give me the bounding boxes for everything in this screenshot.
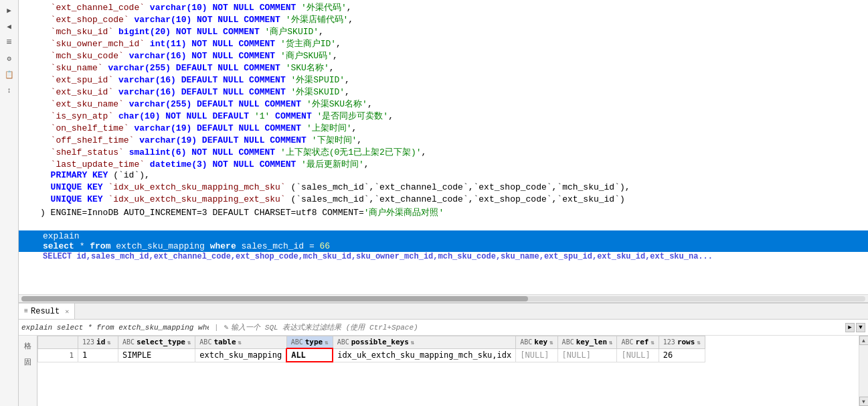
code-content: UNIQUE KEY `idx_uk_extch_sku_mapping_mch… xyxy=(40,182,865,192)
code-line: `on_shelf_time` varchar(19) DEFAULT NULL… xyxy=(19,122,868,134)
data-table-wrapper[interactable]: 123 id ⇅ ABC select_type ⇅ xyxy=(37,336,859,406)
code-token: '上架时间' xyxy=(307,123,352,133)
code-token: NOT NULL xyxy=(212,159,259,170)
filter-input[interactable] xyxy=(231,324,843,332)
filter-arrow-down[interactable]: ▼ xyxy=(856,323,865,332)
code-token: varchar(255) xyxy=(129,99,197,109)
col-header-id[interactable]: 123 id ⇅ xyxy=(78,336,118,349)
sort-icon-type[interactable]: ⇅ xyxy=(325,339,328,346)
code-token: `ext_sku_name` xyxy=(40,99,129,109)
code-token: PRIMARY KEY xyxy=(40,170,113,180)
code-content: `ext_channel_code` varchar(10) NOT NULL … xyxy=(40,1,865,13)
sort-icon-ref[interactable]: ⇅ xyxy=(650,339,654,346)
scroll-thumb[interactable] xyxy=(21,296,528,301)
code-token: COMMENT xyxy=(244,15,285,25)
code-token: varchar(10) xyxy=(134,15,197,25)
code-token: COMMENT xyxy=(264,99,306,109)
code-token: DEFAULT NULL xyxy=(197,99,264,109)
scroll-down-button[interactable]: ▼ xyxy=(859,397,869,406)
code-token: UNIQUE KEY xyxy=(40,182,108,192)
cell-ref: [NULL] xyxy=(617,348,659,362)
code-token: '商户SKUID' xyxy=(265,27,319,37)
code-token: , xyxy=(364,159,369,170)
sort-icon-key[interactable]: ⇅ xyxy=(549,339,553,346)
col-type-key-len: ABC xyxy=(562,338,574,346)
code-line: `mch_sku_code` varchar(16) NOT NULL COMM… xyxy=(19,50,868,62)
sidebar-icon-1[interactable]: ▶ xyxy=(2,3,17,17)
col-type-key: ABC xyxy=(520,338,532,346)
scroll-track[interactable] xyxy=(21,296,865,301)
sort-icon-possible-keys[interactable]: ⇅ xyxy=(411,339,414,346)
sidebar-icon-6[interactable]: ↕ xyxy=(2,83,17,98)
select-preview: SELECT id,sales_mch_id,ext_channel_code,… xyxy=(19,252,868,261)
cell-select-type: SIMPLE xyxy=(118,348,195,362)
code-token: varchar(16) xyxy=(118,87,181,97)
code-token xyxy=(270,111,275,121)
code-line: ) ENGINE=InnoDB AUTO_INCREMENT=3 DEFAULT… xyxy=(19,206,868,218)
result-sidebar-icon1[interactable]: 格 xyxy=(21,338,35,353)
col-name-select-type: select_type xyxy=(137,338,185,346)
code-content: `is_syn_atp` char(10) NOT NULL DEFAULT '… xyxy=(40,110,865,122)
code-view: `ext_channel_code` varchar(10) NOT NULL … xyxy=(19,0,868,294)
code-token: smallint(6) xyxy=(129,147,192,157)
code-token: , xyxy=(329,63,335,73)
col-header-ref[interactable]: ABC ref ⇅ xyxy=(617,336,659,349)
result-tab-label: Result xyxy=(31,307,60,316)
col-header-rows[interactable]: 123 rows ⇅ xyxy=(659,336,705,349)
code-content: `sku_owner_mch_id` int(11) NOT NULL COMM… xyxy=(40,38,865,50)
right-scrollbar: ▲ ▼ xyxy=(859,336,868,406)
explain-block: explain select * from extch_sku_mapping … xyxy=(19,230,868,252)
code-line: `mch_sku_id` bigint(20) NOT NULL COMMENT… xyxy=(19,25,868,38)
code-token: , xyxy=(352,123,357,133)
sidebar-icon-5[interactable]: 📋 xyxy=(2,67,17,82)
code-line: `sku_name` varchar(255) DEFAULT NULL COM… xyxy=(19,62,868,74)
scroll-up-button[interactable]: ▲ xyxy=(859,336,869,345)
sidebar-icon-4[interactable]: ⚙ xyxy=(2,51,17,66)
code-token: `last_update_time` xyxy=(40,159,150,170)
col-header-possible-keys[interactable]: ABC possible_keys ⇅ xyxy=(333,336,516,349)
code-line: `off_shelf_time` varchar(19) DEFAULT NUL… xyxy=(19,134,868,146)
col-header-select-type[interactable]: ABC select_type ⇅ xyxy=(118,336,195,349)
horizontal-scrollbar[interactable] xyxy=(19,294,868,302)
filter-arrow-right[interactable]: ▶ xyxy=(845,323,855,332)
result-panel: ≡ Result ✕ explain select * from extch_s… xyxy=(19,302,868,406)
code-content: `ext_sku_name` varchar(255) DEFAULT NULL… xyxy=(40,98,865,110)
code-token: COMMENT xyxy=(260,159,301,170)
code-token: (`sales_mch_id`,`ext_channel_code`,`ext_… xyxy=(286,182,630,192)
code-token: '最后更新时间' xyxy=(301,159,364,170)
col-header-type[interactable]: ABC type ⇅ xyxy=(286,336,333,349)
code-token: , xyxy=(422,147,427,157)
sort-icon-rows[interactable]: ⇅ xyxy=(697,339,700,346)
explain-condition: sales_mch_id = xyxy=(242,241,320,251)
editor-area: `ext_channel_code` varchar(10) NOT NULL … xyxy=(19,0,868,302)
code-token: '货主商户ID' xyxy=(280,39,336,49)
col-name-ref: ref xyxy=(636,338,649,346)
sidebar-icon-3[interactable]: ≡ xyxy=(2,35,17,50)
code-token: NOT NULL xyxy=(191,51,238,61)
sort-icon-key-len[interactable]: ⇅ xyxy=(609,339,612,346)
close-icon[interactable]: ✕ xyxy=(65,308,69,316)
col-header-key-len[interactable]: ABC key_len ⇅ xyxy=(557,336,617,349)
query-display: explain select * from extch_sku_mapping … xyxy=(21,324,209,332)
col-header-key[interactable]: ABC key ⇅ xyxy=(516,336,557,349)
code-token: `mch_sku_code` xyxy=(40,51,129,61)
explain-line1: explain xyxy=(43,231,865,241)
code-token: '1' xyxy=(254,111,270,121)
result-tab[interactable]: ≡ Result ✕ xyxy=(19,303,75,319)
filter-separator: | xyxy=(214,324,219,332)
result-sidebar-icon2[interactable]: 固 xyxy=(21,354,35,369)
cell-key-len: [NULL] xyxy=(557,348,617,362)
code-line: `shelf_status` smallint(6) NOT NULL COMM… xyxy=(19,146,868,158)
sort-icon-id[interactable]: ⇅ xyxy=(107,339,110,346)
sort-icon-table[interactable]: ⇅ xyxy=(238,339,242,346)
col-header-table[interactable]: ABC table ⇅ xyxy=(195,336,286,349)
col-type-id: 123 xyxy=(82,338,94,346)
code-token: varchar(19) xyxy=(139,135,202,145)
sort-icon-select-type[interactable]: ⇅ xyxy=(187,339,191,346)
sidebar-icon-2[interactable]: ◀ xyxy=(2,19,17,33)
code-content: `ext_shop_code` varchar(10) NOT NULL COM… xyxy=(40,13,865,25)
result-table: 123 id ⇅ ABC select_type ⇅ xyxy=(37,336,705,362)
cell-possible-keys: idx_uk_extch_sku_mapping_mch_sku,idx xyxy=(333,348,516,362)
code-content: PRIMARY KEY (`id`), xyxy=(40,170,865,180)
code-token: int(11) xyxy=(150,39,191,49)
